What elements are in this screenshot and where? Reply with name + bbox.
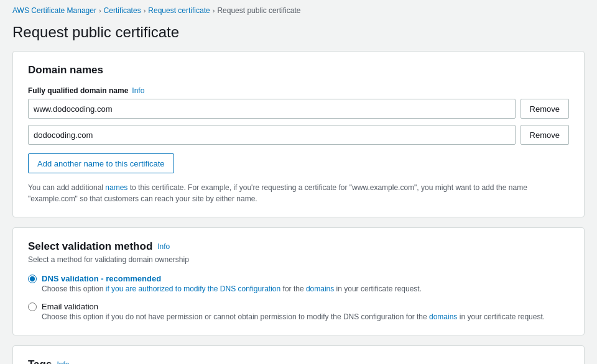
tags-info-link[interactable]: Info xyxy=(57,360,69,364)
tags-title: Tags xyxy=(28,358,52,364)
validation-title-row: Select validation method Info xyxy=(28,240,569,253)
remove-domain-1[interactable]: Remove xyxy=(521,99,569,119)
tags-title-row: Tags Info xyxy=(28,358,569,364)
remove-domain-2[interactable]: Remove xyxy=(521,125,569,145)
breadcrumb-acm[interactable]: AWS Certificate Manager xyxy=(12,6,96,15)
dns-label[interactable]: DNS validation - recommended xyxy=(42,274,161,283)
domain-names-title: Domain names xyxy=(28,64,569,76)
domain-input-2[interactable] xyxy=(28,125,516,145)
dns-radio[interactable] xyxy=(28,275,37,283)
breadcrumb-sep-1: › xyxy=(99,7,101,14)
breadcrumb-sep-3: › xyxy=(213,7,215,14)
domain-input-1[interactable] xyxy=(28,99,516,119)
validation-card: Select validation method Info Select a m… xyxy=(12,227,585,335)
page-title: Request public certificate xyxy=(0,21,597,51)
domain-help-link[interactable]: names xyxy=(105,183,127,192)
breadcrumb-certificates[interactable]: Certificates xyxy=(104,6,141,15)
dns-desc: Choose this option if you are authorized… xyxy=(42,283,569,294)
breadcrumb-request[interactable]: Request certificate xyxy=(148,6,210,15)
dns-validation-option: DNS validation - recommended Choose this… xyxy=(28,274,569,294)
domain-row-1: Remove xyxy=(28,99,569,119)
validation-subtitle: Select a method for validating domain ow… xyxy=(28,255,569,264)
domain-names-card: Domain names Fully qualified domain name… xyxy=(12,51,585,217)
breadcrumb-sep-2: › xyxy=(144,7,146,14)
domain-help-text: You can add additional names to this cer… xyxy=(28,182,569,204)
validation-info-link[interactable]: Info xyxy=(157,242,170,251)
domain-row-2: Remove xyxy=(28,125,569,145)
email-desc-link[interactable]: domains xyxy=(429,312,457,321)
email-desc: Choose this option if you do not have pe… xyxy=(42,311,569,322)
email-label-row: Email validation xyxy=(28,302,569,311)
dns-desc-link1[interactable]: if you are authorized to modify the DNS … xyxy=(106,284,280,293)
dns-desc-link2[interactable]: domains xyxy=(306,284,334,293)
breadcrumb-current: Request public certificate xyxy=(217,6,300,15)
breadcrumb: AWS Certificate Manager › Certificates ›… xyxy=(0,0,597,21)
validation-radio-group: DNS validation - recommended Choose this… xyxy=(28,274,569,322)
fqdn-label: Fully qualified domain name Info xyxy=(28,86,569,95)
email-radio[interactable] xyxy=(28,303,37,311)
add-domain-button[interactable]: Add another name to this certificate xyxy=(28,153,174,173)
email-validation-option: Email validation Choose this option if y… xyxy=(28,302,569,322)
dns-label-row: DNS validation - recommended xyxy=(28,274,569,283)
validation-title: Select validation method xyxy=(28,240,152,253)
tags-card: Tags Info To help you manage your certif… xyxy=(12,345,585,364)
fqdn-info-link[interactable]: Info xyxy=(132,86,144,95)
email-label[interactable]: Email validation xyxy=(42,302,98,311)
